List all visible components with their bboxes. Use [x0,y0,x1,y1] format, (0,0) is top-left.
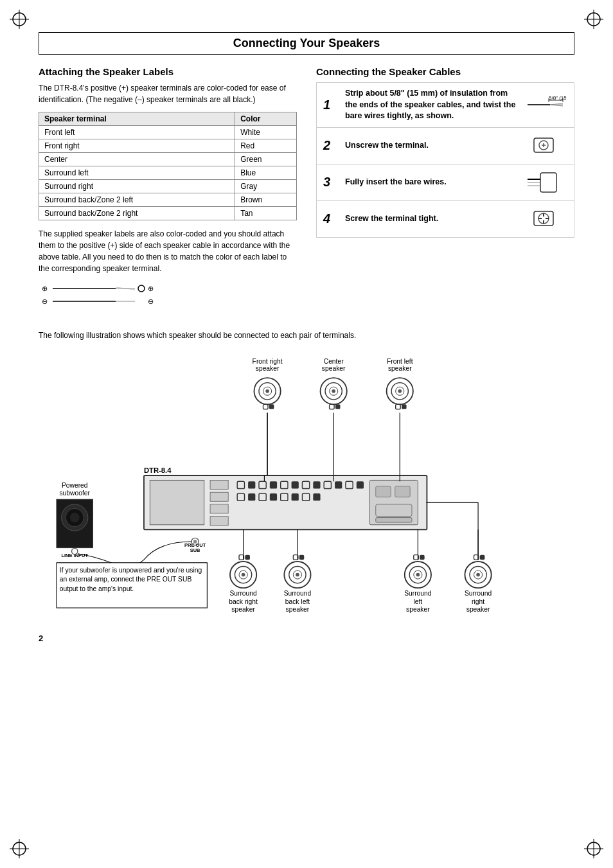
svg-text:Front right: Front right [253,358,283,365]
svg-text:speaker: speaker [286,606,310,613]
svg-text:Front left: Front left [387,358,413,365]
table-cell: Front right [39,139,235,153]
right-section-heading: Connecting the Speaker Cables [316,66,574,77]
table-cell: Tan [235,207,297,220]
table-cell: Surround right [39,180,235,193]
page-title: Connecting Your Speakers [46,37,567,50]
svg-rect-89 [335,481,342,488]
svg-text:speaker: speaker [466,606,490,613]
step-2: 2Unscrew the terminal. [317,128,574,164]
corner-mark-tr [581,6,607,32]
svg-rect-78 [210,504,228,513]
svg-rect-142 [480,555,484,560]
svg-text:speaker: speaker [406,606,430,613]
svg-text:speaker: speaker [256,365,280,372]
svg-text:SUB: SUB [190,547,200,553]
main-illustration: Front right speaker Center speaker Front… [39,346,574,623]
steps-box: 1Strip about 5/8" (15 mm) of insulation … [316,82,574,238]
svg-point-126 [296,573,299,577]
step-3: 3Fully insert the bare wires. [317,164,574,201]
table-header-terminal: Speaker terminal [39,112,235,126]
page: Connecting Your Speakers Attaching the S… [0,0,613,868]
table-row: Surround back/Zone 2 leftBrown [39,193,297,207]
table-row: Surround rightGray [39,180,297,193]
table-cell: Surround left [39,166,235,180]
svg-text:subwoofer: subwoofer [59,490,90,497]
svg-text:⊖: ⊖ [148,297,154,305]
svg-rect-104 [376,518,412,522]
svg-rect-77 [210,492,228,501]
svg-text:Surround: Surround [284,590,312,597]
svg-rect-69 [402,404,406,409]
svg-text:Surround: Surround [229,590,257,597]
left-column: Attaching the Speaker Labels The DTR-8.4… [39,66,297,319]
svg-text:LINE INPUT: LINE INPUT [61,553,88,558]
table-cell: Gray [235,180,297,193]
svg-point-60 [332,389,335,393]
svg-text:Surround: Surround [465,590,492,597]
svg-rect-93 [248,493,255,500]
svg-rect-34 [540,173,556,192]
svg-text:⊖: ⊖ [42,297,48,305]
bottom-section: 2 [39,633,574,643]
table-row: Surround leftBlue [39,166,297,180]
svg-text:+: + [396,403,400,410]
svg-text:speaker: speaker [388,365,412,372]
svg-text:left: left [413,598,422,605]
svg-rect-135 [420,555,424,560]
svg-rect-83 [270,481,277,488]
step-number-1: 1 [323,98,339,112]
svg-rect-128 [299,555,304,560]
svg-text:back left: back left [285,598,310,605]
svg-rect-76 [210,480,228,489]
illustration-section: The following illustration shows which s… [39,331,574,624]
step-text-4: Screw the terminal tight. [345,213,516,225]
svg-text:Surround: Surround [404,590,432,597]
svg-text:+: + [240,554,243,560]
svg-rect-103 [376,504,412,517]
step-number-3: 3 [323,175,339,190]
svg-text:speaker: speaker [322,365,346,372]
table-cell: White [235,126,297,139]
corner-mark-tl [6,6,32,32]
table-cell: Front left [39,126,235,139]
svg-text:Center: Center [324,358,344,365]
svg-rect-99 [313,493,320,500]
step-4: 4Screw the terminal tight. [317,201,574,237]
svg-rect-91 [357,481,364,488]
table-header-color: Color [235,112,297,126]
speaker-table: Speaker terminal Color Front leftWhiteFr… [39,112,297,220]
table-cell: Green [235,153,297,166]
svg-text:right: right [472,598,484,605]
two-column-layout: Attaching the Speaker Labels The DTR-8.4… [39,66,574,319]
left-body-text: The supplied speaker labels are also col… [39,228,297,274]
svg-text:Powered: Powered [62,482,88,489]
table-cell: Surround back/Zone 2 right [39,207,235,220]
svg-text:+: + [263,403,267,410]
table-cell: Red [235,139,297,153]
svg-text:⊕: ⊕ [148,285,154,292]
corner-mark-bl [6,836,32,862]
svg-rect-101 [376,486,391,497]
step-img-1: 5/8" (15 mm) [522,92,567,118]
step-text-1: Strip about 5/8" (15 mm) of insulation f… [345,88,516,122]
table-cell: Brown [235,193,297,207]
svg-rect-55 [269,404,274,409]
step-img-3 [522,170,567,195]
svg-point-119 [242,573,245,577]
svg-point-16 [138,285,145,292]
step-text-2: Unscrew the terminal. [345,140,516,152]
table-row: Front leftWhite [39,126,297,139]
step-text-3: Fully insert the bare wires. [345,177,516,188]
page-number: 2 [39,633,43,643]
table-cell: Center [39,153,235,166]
table-cell: Surround back/Zone 2 left [39,193,235,207]
svg-text:+: + [414,554,418,560]
svg-text:+: + [294,554,297,560]
svg-point-161 [70,513,80,522]
svg-point-133 [416,573,420,577]
svg-text:+: + [474,554,477,560]
svg-rect-87 [313,481,320,488]
svg-text:⊕: ⊕ [42,285,48,292]
illustration-caption: The following illustration shows which s… [39,331,574,340]
